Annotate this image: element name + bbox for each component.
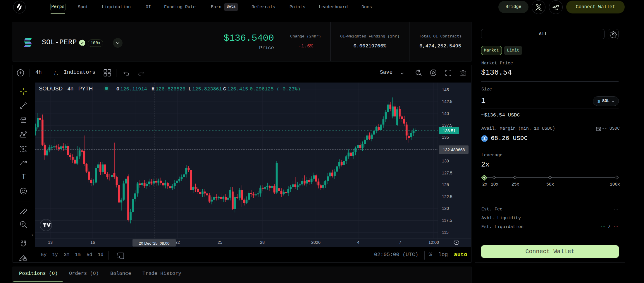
svg-text:135: 135 xyxy=(442,135,449,140)
svg-text:H: H xyxy=(151,86,154,92)
svg-text:136.51: 136.51 xyxy=(443,128,456,133)
svg-text:SOL/USD · 4h · PYTH: SOL/USD · 4h · PYTH xyxy=(39,85,93,92)
svg-text:126.415: 126.415 xyxy=(227,86,248,92)
svg-text:132.489668: 132.489668 xyxy=(443,147,465,152)
svg-text:0.296125 (+0.23%): 0.296125 (+0.23%) xyxy=(250,86,300,92)
svg-text:4: 4 xyxy=(357,240,359,245)
svg-text:126.826526: 126.826526 xyxy=(156,86,185,92)
svg-text:25: 25 xyxy=(218,240,222,245)
svg-text:28: 28 xyxy=(260,240,265,245)
svg-text:125.823861: 125.823861 xyxy=(192,86,222,92)
svg-text:140: 140 xyxy=(442,111,449,116)
svg-text:145: 145 xyxy=(442,88,449,92)
svg-text:x: x xyxy=(56,73,58,76)
svg-text:120: 120 xyxy=(442,206,449,211)
svg-text:122.5: 122.5 xyxy=(442,194,452,199)
svg-text:142.5: 142.5 xyxy=(442,99,452,104)
svg-text:2026: 2026 xyxy=(311,240,321,245)
svg-text:126.11914: 126.11914 xyxy=(120,86,147,92)
svg-text:$: $ xyxy=(483,136,486,141)
svg-text:7: 7 xyxy=(399,240,401,245)
svg-text:22: 22 xyxy=(175,240,180,245)
svg-text:117.5: 117.5 xyxy=(442,218,452,223)
svg-text:130: 130 xyxy=(442,159,449,163)
svg-text:13: 13 xyxy=(48,240,53,245)
svg-text:16: 16 xyxy=(90,240,95,245)
svg-text:115: 115 xyxy=(442,230,449,235)
svg-text:f: f xyxy=(54,70,56,75)
svg-text:O: O xyxy=(116,86,119,92)
svg-text:20 Dec ’25 08:00: 20 Dec ’25 08:00 xyxy=(139,241,170,246)
svg-text:127.5: 127.5 xyxy=(442,171,452,175)
svg-text:125: 125 xyxy=(442,182,449,187)
svg-text:C: C xyxy=(223,86,226,92)
svg-text:12:00: 12:00 xyxy=(428,240,439,245)
svg-text:137.5: 137.5 xyxy=(442,123,452,128)
svg-text:L: L xyxy=(188,86,191,92)
